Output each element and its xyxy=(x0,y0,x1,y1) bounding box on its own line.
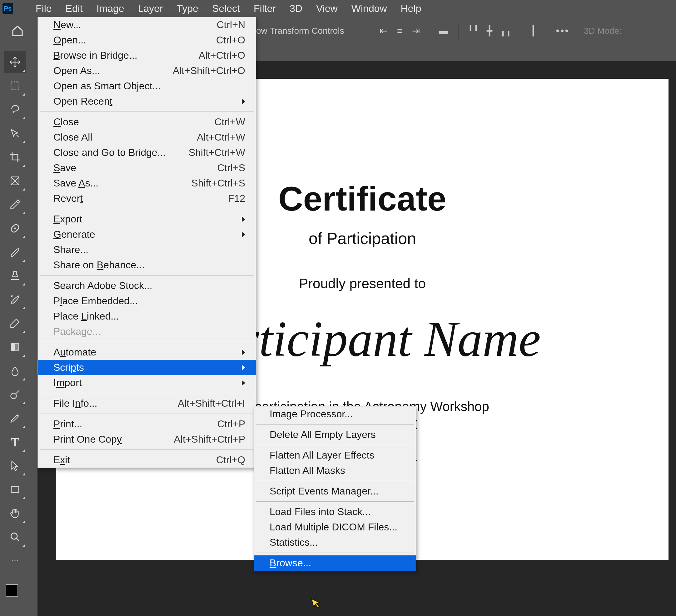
menubar-item-image[interactable]: Image xyxy=(90,0,131,17)
tool-gradient[interactable] xyxy=(4,336,26,358)
home-button[interactable] xyxy=(6,20,29,42)
tool-move[interactable] xyxy=(4,51,26,73)
tool-eraser[interactable] xyxy=(4,313,26,334)
tool-healing[interactable] xyxy=(4,217,26,239)
tool-blur[interactable] xyxy=(4,360,26,382)
file-menu-item-generate[interactable]: Generate xyxy=(38,227,256,242)
edit-toolbar-icon[interactable]: ⋯ xyxy=(4,550,26,572)
menu-item-label: Generate xyxy=(53,229,238,240)
tool-marquee[interactable] xyxy=(4,75,26,97)
file-menu-item-close-and-go-to-bridge[interactable]: Close and Go to Bridge...Shift+Ctrl+W xyxy=(38,145,256,160)
menubar-item-type[interactable]: Type xyxy=(170,0,205,17)
file-menu-item-import[interactable]: Import xyxy=(38,375,256,390)
menubar-item-help[interactable]: Help xyxy=(394,0,428,17)
distribute-top-icon[interactable]: ╹╹ xyxy=(468,25,478,36)
tool-lasso[interactable] xyxy=(4,99,26,121)
menubar-item-filter[interactable]: Filter xyxy=(247,0,283,17)
menubar-item-edit[interactable]: Edit xyxy=(59,0,90,17)
file-menu-item-open-as[interactable]: Open As...Alt+Shift+Ctrl+O xyxy=(38,63,256,78)
menu-item-shortcut: F12 xyxy=(221,193,245,204)
distribute-vcenter-icon[interactable]: ╋ xyxy=(484,25,495,36)
mode-3d-label: 3D Mode: xyxy=(578,26,628,36)
menu-item-label: Place Linked... xyxy=(53,311,245,322)
menubar: Ps FileEditImageLayerTypeSelectFilter3DV… xyxy=(0,0,676,17)
menubar-item-layer[interactable]: Layer xyxy=(131,0,170,17)
tool-crop[interactable] xyxy=(4,146,26,168)
scripts-menu-item-load-files-into-stack[interactable]: Load Files into Stack... xyxy=(254,504,416,519)
distribute-group: ╹╹ ╋ ╻╻ ┃ xyxy=(458,23,548,39)
tool-hand[interactable] xyxy=(4,502,26,524)
menu-item-label: Load Multiple DICOM Files... xyxy=(270,521,405,533)
menubar-item-window[interactable]: Window xyxy=(345,0,394,17)
file-menu-item-separator xyxy=(40,342,254,342)
distribute-bottom-icon[interactable]: ╻╻ xyxy=(500,25,511,36)
file-menu-item-save[interactable]: SaveCtrl+S xyxy=(38,160,256,176)
scripts-menu-item-browse[interactable]: Browse... xyxy=(254,555,416,571)
toolbar: T⋯ xyxy=(0,45,30,599)
menubar-item-file[interactable]: File xyxy=(29,0,59,17)
file-menu-item-open-recent[interactable]: Open Recent xyxy=(38,94,256,109)
more-options-icon[interactable]: ••• xyxy=(558,25,568,36)
file-menu-item-scripts[interactable]: Scripts xyxy=(38,360,256,375)
file-menu-item-export[interactable]: Export xyxy=(38,212,256,227)
file-menu-item-place-embedded[interactable]: Place Embedded... xyxy=(38,293,256,309)
file-menu-item-revert[interactable]: RevertF12 xyxy=(38,191,256,206)
tool-brush[interactable] xyxy=(4,241,26,263)
tool-history-brush[interactable] xyxy=(4,289,26,311)
file-menu-item-file-info[interactable]: File Info...Alt+Shift+Ctrl+I xyxy=(38,396,256,411)
distribute-single-icon[interactable]: ┃ xyxy=(528,25,539,36)
scripts-menu-item-flatten-all-masks[interactable]: Flatten All Masks xyxy=(254,463,416,478)
file-menu-item-print-one-copy[interactable]: Print One CopyAlt+Shift+Ctrl+P xyxy=(38,432,256,447)
tool-quick-select[interactable] xyxy=(4,122,26,144)
align-right-icon[interactable]: ⇥ xyxy=(411,25,421,36)
file-menu-item-print[interactable]: Print...Ctrl+P xyxy=(38,416,256,432)
menu-item-label: Revert xyxy=(53,193,221,204)
file-menu-item-open[interactable]: Open...Ctrl+O xyxy=(38,33,256,48)
file-menu-item-search-adobe-stock[interactable]: Search Adobe Stock... xyxy=(38,278,256,293)
menu-item-label: Flatten All Layer Effects xyxy=(270,449,405,461)
menubar-item-select[interactable]: Select xyxy=(205,0,247,17)
file-menu-item-exit[interactable]: ExitCtrl+Q xyxy=(38,452,256,468)
file-menu-item-close-all[interactable]: Close AllAlt+Ctrl+W xyxy=(38,130,256,145)
file-menu-item-save-as[interactable]: Save As...Shift+Ctrl+S xyxy=(38,176,256,191)
align-center-h-icon[interactable]: ≡ xyxy=(395,25,405,36)
file-menu-item-separator xyxy=(40,209,254,209)
color-swatches[interactable] xyxy=(6,580,24,599)
submenu-arrow-icon xyxy=(242,99,245,104)
tool-rectangle[interactable] xyxy=(4,479,26,500)
file-menu-item-new[interactable]: New...Ctrl+N xyxy=(38,17,256,33)
menu-item-label: Script Events Manager... xyxy=(270,486,405,497)
file-menu-item-browse-in-bridge[interactable]: Browse in Bridge...Alt+Ctrl+O xyxy=(38,48,256,63)
scripts-menu-item-separator xyxy=(256,481,414,481)
scripts-menu-item-load-multiple-dicom-files[interactable]: Load Multiple DICOM Files... xyxy=(254,519,416,535)
menubar-item-3d[interactable]: 3D xyxy=(283,0,309,17)
scripts-menu-item-image-processor[interactable]: Image Processor... xyxy=(254,406,416,422)
file-menu-item-share[interactable]: Share... xyxy=(38,242,256,258)
menu-item-shortcut: Ctrl+P xyxy=(210,418,245,430)
file-menu-item-automate[interactable]: Automate xyxy=(38,344,256,360)
menu-item-label: Share... xyxy=(53,244,245,256)
scripts-menu-item-statistics[interactable]: Statistics... xyxy=(254,535,416,550)
svg-point-7 xyxy=(11,533,17,539)
tool-pen[interactable] xyxy=(4,407,26,429)
tool-type[interactable]: T xyxy=(4,431,26,453)
file-menu-item-place-linked[interactable]: Place Linked... xyxy=(38,309,256,324)
tool-eyedropper[interactable] xyxy=(4,194,26,216)
menu-item-label: Browse... xyxy=(270,557,405,569)
menu-item-label: Close All xyxy=(53,131,189,143)
file-menu-item-close[interactable]: CloseCtrl+W xyxy=(38,114,256,130)
file-menu-item-open-as-smart-object[interactable]: Open as Smart Object... xyxy=(38,78,256,94)
scripts-menu-item-script-events-manager[interactable]: Script Events Manager... xyxy=(254,484,416,499)
menu-item-shortcut: Ctrl+W xyxy=(207,116,245,128)
align-left-icon[interactable]: ⇤ xyxy=(378,25,389,36)
align-single-icon[interactable]: ▬ xyxy=(438,25,449,36)
menubar-item-view[interactable]: View xyxy=(309,0,345,17)
tool-dodge[interactable] xyxy=(4,384,26,405)
file-menu-item-share-on-behance[interactable]: Share on Behance... xyxy=(38,258,256,273)
tool-stamp[interactable] xyxy=(4,265,26,287)
scripts-menu-item-delete-all-empty-layers[interactable]: Delete All Empty Layers xyxy=(254,427,416,442)
scripts-menu-item-flatten-all-layer-effects[interactable]: Flatten All Layer Effects xyxy=(254,448,416,463)
tool-frame[interactable] xyxy=(4,170,26,192)
tool-zoom[interactable] xyxy=(4,526,26,548)
tool-path-select[interactable] xyxy=(4,455,26,477)
